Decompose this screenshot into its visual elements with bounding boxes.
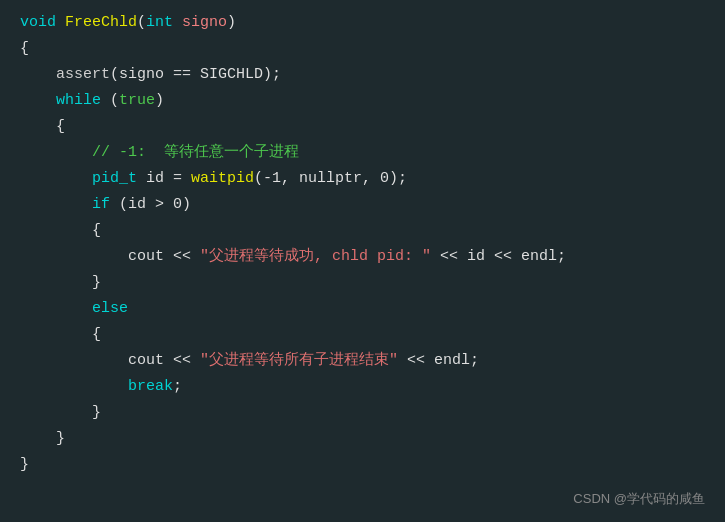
code-token: } <box>20 456 29 473</box>
code-block: void FreeChld(int signo){ assert(signo =… <box>0 10 725 478</box>
code-token: // -1: 等待任意一个子进程 <box>20 144 299 161</box>
code-token: cout << <box>20 352 200 369</box>
code-token: { <box>20 326 101 343</box>
code-line: } <box>0 400 725 426</box>
code-line: { <box>0 114 725 140</box>
code-line: } <box>0 452 725 478</box>
code-token: waitpid <box>191 170 254 187</box>
code-token: "父进程等待成功, chld pid: " <box>200 248 431 265</box>
code-line: } <box>0 426 725 452</box>
code-line: pid_t id = waitpid(-1, nullptr, 0); <box>0 166 725 192</box>
code-token: } <box>20 404 101 421</box>
code-line: // -1: 等待任意一个子进程 <box>0 140 725 166</box>
code-token: ) <box>155 92 164 109</box>
code-token: ( <box>101 92 119 109</box>
code-line: cout << "父进程等待成功, chld pid: " << id << e… <box>0 244 725 270</box>
code-token <box>20 170 92 187</box>
code-token: (signo == SIGCHLD); <box>110 66 281 83</box>
code-token: int <box>146 14 182 31</box>
code-token: if <box>92 196 110 213</box>
code-token: << endl; <box>398 352 479 369</box>
code-line: if (id > 0) <box>0 192 725 218</box>
code-line: cout << "父进程等待所有子进程结束" << endl; <box>0 348 725 374</box>
code-token: << id << endl; <box>431 248 566 265</box>
code-token: { <box>20 222 101 239</box>
code-token: while <box>56 92 101 109</box>
code-line: break; <box>0 374 725 400</box>
code-token: assert <box>20 66 110 83</box>
code-token: void <box>20 14 65 31</box>
code-token: signo <box>182 14 227 31</box>
code-token: "父进程等待所有子进程结束" <box>200 352 398 369</box>
code-line: assert(signo == SIGCHLD); <box>0 62 725 88</box>
code-line: { <box>0 322 725 348</box>
code-token: true <box>119 92 155 109</box>
code-line: { <box>0 36 725 62</box>
code-token: { <box>20 40 29 57</box>
code-token <box>20 196 92 213</box>
code-token <box>20 300 92 317</box>
code-token: else <box>92 300 128 317</box>
code-line: } <box>0 270 725 296</box>
code-token: (id > 0) <box>110 196 191 213</box>
watermark: CSDN @学代码的咸鱼 <box>573 489 705 510</box>
code-token <box>20 378 128 395</box>
code-token: id = <box>137 170 191 187</box>
code-token: break <box>128 378 173 395</box>
code-token: } <box>20 430 65 447</box>
code-line: else <box>0 296 725 322</box>
code-token: { <box>20 118 65 135</box>
code-token: FreeChld <box>65 14 137 31</box>
code-container: void FreeChld(int signo){ assert(signo =… <box>0 0 725 522</box>
code-line: { <box>0 218 725 244</box>
code-token: pid_t <box>92 170 137 187</box>
code-token: ; <box>173 378 182 395</box>
code-token: ) <box>227 14 236 31</box>
code-token <box>20 92 56 109</box>
code-token: cout << <box>20 248 200 265</box>
code-token: } <box>20 274 101 291</box>
code-token: (-1, nullptr, 0); <box>254 170 407 187</box>
code-token: ( <box>137 14 146 31</box>
code-line: while (true) <box>0 88 725 114</box>
code-line: void FreeChld(int signo) <box>0 10 725 36</box>
